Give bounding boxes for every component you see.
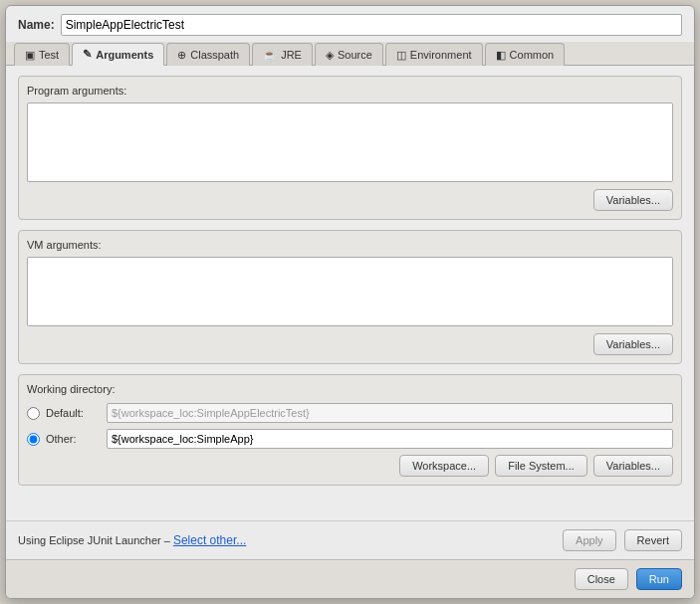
program-args-section: Program arguments: Variables... [18,76,682,220]
close-button[interactable]: Close [575,568,628,590]
tab-common-label: Common [510,49,555,61]
tab-jre[interactable]: ☕ JRE [252,43,313,66]
jre-icon: ☕ [263,49,277,62]
other-radio-label: Other: [46,433,101,445]
test-icon: ▣ [25,49,35,62]
name-label: Name: [18,18,55,32]
tab-test-label: Test [39,49,59,61]
default-radio[interactable] [27,407,40,420]
other-dir-row: Other: [27,429,673,449]
working-dir-label: Working directory: [27,383,673,395]
default-radio-label: Default: [46,407,101,419]
name-input[interactable] [61,14,682,36]
environment-icon: ◫ [396,49,406,62]
tab-environment-label: Environment [410,49,472,61]
apply-revert-buttons: Apply Revert [563,529,682,551]
revert-button[interactable]: Revert [624,529,682,551]
default-dir-row: Default: [27,403,673,423]
vm-args-variables-button[interactable]: Variables... [593,333,673,355]
vm-args-section: VM arguments: Variables... [18,230,682,364]
workspace-button[interactable]: Workspace... [399,455,489,477]
filesystem-button[interactable]: File System... [495,455,587,477]
working-dir-variables-button[interactable]: Variables... [593,455,673,477]
launcher-text: Using Eclipse JUnit Launcher – [18,534,173,546]
vm-args-input[interactable] [27,257,673,326]
footer-bar: Close Run [6,559,694,598]
launcher-info: Using Eclipse JUnit Launcher – Select ot… [18,533,246,547]
classpath-icon: ⊕ [177,49,186,62]
tab-bar: ▣ Test ✎ Arguments ⊕ Classpath ☕ JRE ◈ S… [6,42,694,66]
tab-jre-label: JRE [281,49,302,61]
working-dir-section: Working directory: Default: Other: Works… [18,374,682,486]
tab-common[interactable]: ◧ Common [485,43,566,66]
tab-test[interactable]: ▣ Test [14,43,70,66]
content-area: Program arguments: Variables... VM argum… [6,66,694,520]
select-other-link[interactable]: Select other... [173,533,246,547]
tab-arguments-label: Arguments [96,49,153,61]
arguments-icon: ✎ [83,48,92,61]
tab-environment[interactable]: ◫ Environment [385,43,483,66]
program-args-variables-button[interactable]: Variables... [593,189,673,211]
default-dir-input [107,403,673,423]
tab-classpath-label: Classpath [190,49,239,61]
apply-button[interactable]: Apply [563,529,616,551]
name-row: Name: [6,6,694,42]
program-args-label: Program arguments: [27,85,673,97]
run-button[interactable]: Run [636,568,682,590]
bottom-bar: Using Eclipse JUnit Launcher – Select ot… [6,520,694,559]
run-configurations-dialog: Name: ▣ Test ✎ Arguments ⊕ Classpath ☕ J… [5,5,695,599]
tab-source[interactable]: ◈ Source [315,43,383,66]
tab-arguments[interactable]: ✎ Arguments [72,43,164,66]
vm-args-label: VM arguments: [27,239,673,251]
program-args-input[interactable] [27,102,673,182]
other-radio[interactable] [27,433,40,446]
tab-classpath[interactable]: ⊕ Classpath [166,43,250,66]
tab-source-label: Source [338,49,372,61]
source-icon: ◈ [326,49,334,62]
other-dir-input[interactable] [107,429,673,449]
common-icon: ◧ [496,49,506,62]
